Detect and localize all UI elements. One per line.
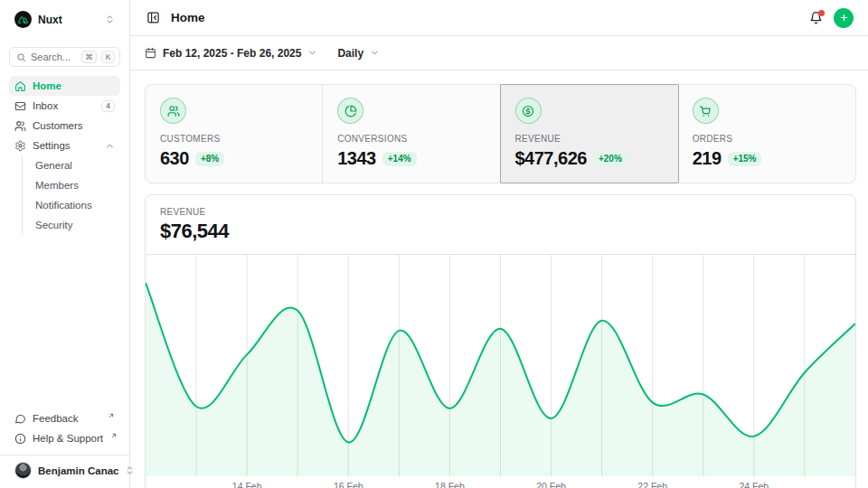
stat-card-conversions[interactable]: CONVERSIONS 1343 +14% [323,85,500,183]
stat-value: $477,626 [515,148,587,169]
subnav-label: General [35,160,72,171]
stat-delta-badge: +15% [728,152,762,166]
stats-row: CUSTOMERS 630 +8% CONVERSIONS 1343 +14% [145,84,856,183]
workspace-switcher[interactable]: Nuxt [9,7,120,32]
circle-dollar-icon [515,98,542,124]
stat-label: REVENUE [515,134,663,144]
stat-delta-badge: +8% [195,152,224,166]
main-area: Home Feb 12, 2025 - Feb 26, 2025 Daily [130,0,868,488]
sidebar-item-settings[interactable]: Settings [9,136,120,155]
sidebar-item-security[interactable]: Security [32,215,120,235]
stat-label: ORDERS [693,134,841,144]
stat-label: CUSTOMERS [160,134,307,144]
period-select[interactable]: Daily [337,47,380,60]
stat-delta-badge: +20% [593,152,627,166]
revenue-area-chart [146,255,855,476]
sidebar: Nuxt ⌘ K Home Inbox 4 Customers [0,0,130,488]
stat-delta-badge: +14% [382,152,417,166]
sidebar-item-label: Help & Support [33,433,103,444]
calendar-icon [145,47,156,59]
period-value: Daily [337,47,363,60]
stat-card-orders[interactable]: ORDERS 219 +15% [678,85,855,183]
users-icon [14,120,26,132]
add-new-button[interactable] [834,8,854,28]
sidebar-spacer [9,235,120,408]
panel-left-close-icon [146,11,160,24]
subnav-label: Notifications [35,200,92,211]
stat-card-revenue[interactable]: REVENUE $477,626 +20% [501,85,678,183]
external-link-icon [110,432,118,439]
sidebar-item-inbox[interactable]: Inbox 4 [9,96,120,116]
workspace-name: Nuxt [38,14,99,26]
filter-toolbar: Feb 12, 2025 - Feb 26, 2025 Daily [130,36,868,70]
sidebar-item-customers[interactable]: Customers [9,116,120,136]
info-circle-icon [14,433,26,445]
sidebar-item-members[interactable]: Members [32,175,120,195]
sidebar-item-label: Home [33,80,115,91]
inbox-count-badge: 4 [101,100,115,112]
sidebar-item-help-support[interactable]: Help & Support [9,428,120,448]
stat-value: 219 [693,148,722,169]
date-range-picker[interactable]: Feb 12, 2025 - Feb 26, 2025 [145,47,317,60]
search-input[interactable]: ⌘ K [9,47,120,67]
date-range-value: Feb 12, 2025 - Feb 26, 2025 [163,47,301,60]
chart-pie-icon [337,98,363,124]
stat-value: 630 [160,148,189,169]
home-icon [14,80,26,92]
chart-total: $76,544 [160,220,841,243]
chart-label: REVENUE [160,207,841,217]
chevrons-up-down-icon [105,14,115,24]
sidebar-item-label: Inbox [33,100,95,111]
shopping-cart-icon [693,98,719,124]
gear-icon [14,140,26,152]
subnav-label: Security [35,220,73,230]
chart-x-axis: 14 Feb16 Feb18 Feb20 Feb22 Feb24 Feb [146,476,855,488]
avatar [14,462,32,479]
kbd-k: K [101,51,115,63]
chevron-down-icon [307,48,317,58]
sidebar-item-general[interactable]: General [32,155,120,175]
stat-value: 1343 [337,148,376,169]
sidebar-footer-nav: Feedback Help & Support [9,408,120,448]
revenue-chart-card: REVENUE $76,544 14 Feb16 Feb18 Feb20 Feb… [145,194,856,488]
x-axis-label: 24 Feb [739,481,769,488]
stat-label: CONVERSIONS [337,134,485,144]
nuxt-logo-icon [14,11,32,28]
sidebar-item-label: Settings [33,140,99,151]
top-bar: Home [130,0,868,36]
kbd-command: ⌘ [81,51,98,63]
sidebar-item-home[interactable]: Home [9,76,120,96]
x-axis-label: 16 Feb [334,481,363,488]
sidebar-item-feedback[interactable]: Feedback [9,408,120,428]
chevron-up-icon [105,141,115,151]
user-name: Benjamin Canac [38,465,118,476]
notifications-button[interactable] [807,9,825,26]
collapse-sidebar-button[interactable] [145,9,162,26]
message-circle-icon [14,413,26,425]
sidebar-item-notifications[interactable]: Notifications [32,195,120,215]
sidebar-item-label: Customers [33,120,115,131]
x-axis-label: 22 Feb [637,481,667,488]
notification-dot [818,10,825,16]
search-field[interactable] [31,52,77,62]
sidebar-nav: Home Inbox 4 Customers Settings General … [9,76,120,235]
external-link-icon [108,412,115,419]
page-title: Home [171,11,798,24]
subnav-label: Members [35,180,79,191]
content: CUSTOMERS 630 +8% CONVERSIONS 1343 +14% [130,70,868,488]
app-root: Nuxt ⌘ K Home Inbox 4 Customers [0,0,868,488]
inbox-icon [14,100,26,112]
users-icon [160,98,186,124]
plus-icon [839,13,849,23]
chevron-down-icon [370,48,380,58]
chart-header: REVENUE $76,544 [146,195,855,255]
stat-card-customers[interactable]: CUSTOMERS 630 +8% [146,85,323,183]
x-axis-label: 20 Feb [536,481,566,488]
settings-submenu: General Members Notifications Security [22,155,120,235]
user-menu[interactable]: Benjamin Canac [9,455,120,481]
x-axis-label: 14 Feb [232,481,262,488]
sidebar-item-label: Feedback [33,413,100,424]
search-icon [16,52,26,62]
x-axis-label: 18 Feb [435,481,465,488]
chart-canvas [146,255,855,476]
